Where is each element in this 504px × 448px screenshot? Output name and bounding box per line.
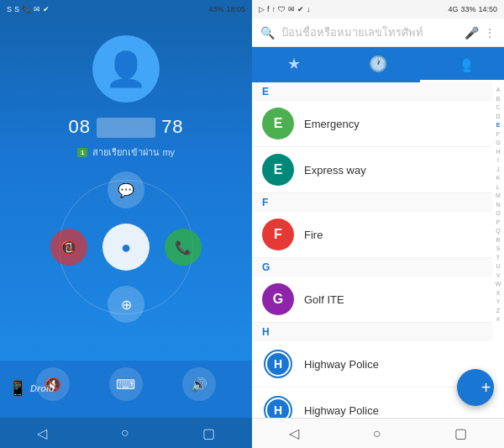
alpha-j[interactable]: J (496, 166, 500, 175)
left-status-icons: S S 📞 ✉ ✔ (7, 5, 50, 13)
accept-button[interactable]: 📞 (165, 229, 202, 266)
person-icon: 👤 (105, 50, 147, 89)
play-icon: ▷ (259, 5, 265, 13)
more-icon[interactable]: ⋮ (484, 26, 496, 40)
alpha-c[interactable]: C (496, 103, 500, 113)
accept-icon: 📞 (175, 240, 192, 256)
alpha-z[interactable]: Z (496, 307, 500, 316)
phone-status-icon: 📞 (22, 5, 31, 13)
back-button-left[interactable]: ◁ (37, 425, 47, 441)
contact-name-emergency: Emergency (304, 118, 360, 130)
alpha-n[interactable]: N (496, 201, 500, 210)
add-person-icon: 👤+ (460, 377, 491, 398)
right-battery: 33% (460, 5, 475, 13)
alpha-u[interactable]: U (496, 262, 500, 271)
recents-button-left[interactable]: ▢ (202, 425, 215, 441)
h-ring-1: H (265, 351, 291, 377)
right-status-right: 4G 33% 14:50 (448, 5, 497, 13)
calling-area: 👤 08 78 1 สายเรียกเข้าผ่าน my 💬 📵 ● (0, 18, 252, 361)
right-time: 14:50 (478, 5, 497, 13)
home-button-left[interactable]: ○ (121, 425, 129, 440)
back-button-right[interactable]: ◁ (289, 425, 299, 441)
avatar-emergency: E (262, 108, 294, 140)
phone-blur (97, 118, 155, 138)
left-status-bar: S S 📞 ✉ ✔ 43% 18:05 (0, 0, 252, 18)
sim-s1-icon: S (7, 5, 12, 13)
network-label: 4G (448, 5, 458, 13)
alpha-p[interactable]: P (496, 219, 501, 228)
left-status-right: 43% 18:05 (208, 5, 245, 13)
section-f-header: F (252, 193, 492, 212)
left-panel: S S 📞 ✉ ✔ 43% 18:05 👤 08 78 1 สายเรียกเข… (0, 0, 252, 448)
alpha-r[interactable]: R (496, 236, 500, 245)
contact-name-highway1: Highway Police (304, 358, 379, 371)
tab-recents[interactable]: 🕐 (336, 47, 420, 82)
list-item[interactable]: F Fire (252, 212, 492, 258)
alpha-b[interactable]: B (496, 95, 501, 104)
keypad-button[interactable]: ⌨ (109, 367, 143, 401)
alpha-t[interactable]: T (496, 254, 500, 263)
contact-name-golf: Golf ITE (304, 293, 344, 306)
list-item[interactable]: E Emergency (252, 101, 492, 147)
alpha-k[interactable]: K (496, 174, 501, 183)
decline-icon: 📵 (60, 240, 77, 256)
list-item[interactable]: G Golf ITE (252, 277, 492, 323)
alpha-s[interactable]: S (496, 245, 501, 254)
avatar-highway2: H (262, 394, 294, 418)
alpha-q[interactable]: Q (496, 227, 500, 236)
alpha-l[interactable]: L (496, 183, 500, 192)
tab-favorites[interactable]: ★ (252, 47, 336, 82)
section-e-header: E (252, 82, 492, 101)
alpha-e[interactable]: E (496, 121, 501, 130)
action-ring: 💬 📵 ● 📞 ⊕ (50, 171, 202, 323)
droid-logo: 📱 Droid (8, 379, 55, 398)
contact-name-expressway: Express way (304, 164, 366, 177)
alpha-v[interactable]: V (496, 271, 501, 281)
alphabet-index: A B C D E F G H I J K L M N O P Q R S T … (492, 82, 504, 418)
right-notification-icons: ▷ f ↑ 🛡 ✉ ✔ ↓ (259, 5, 311, 13)
more-button[interactable]: ⊕ (108, 286, 144, 323)
alpha-x[interactable]: X (496, 289, 501, 298)
add-contact-fab[interactable]: 👤+ (457, 369, 494, 406)
call-via-text: สายเรียกเข้าผ่าน my (92, 145, 175, 160)
sim-s2-icon: S (14, 5, 19, 13)
avatar-fire: F (262, 219, 294, 250)
right-status-bar: ▷ f ↑ 🛡 ✉ ✔ ↓ 4G 33% 14:50 (252, 0, 504, 18)
search-right-icons: 🎤 ⋮ (465, 26, 496, 40)
phone-number: 08 78 (68, 116, 183, 138)
alpha-hash[interactable]: # (496, 315, 500, 324)
contacts-list: E E Emergency E Express way F F Fire G G… (252, 82, 504, 418)
list-item[interactable]: E Express way (252, 147, 492, 193)
center-icon: ● (121, 238, 131, 257)
list-item[interactable]: H Highway Police (252, 387, 492, 418)
h-ring-2: H (265, 398, 291, 418)
alpha-w[interactable]: W (496, 280, 501, 289)
speaker-button[interactable]: 🔊 (182, 367, 216, 401)
alpha-i[interactable]: I (497, 156, 499, 166)
decline-button[interactable]: 📵 (50, 229, 87, 266)
center-button[interactable]: ● (102, 224, 150, 271)
alpha-y[interactable]: Y (496, 298, 501, 307)
mail-icon-right: ✉ (288, 5, 295, 13)
alpha-o[interactable]: O (496, 209, 500, 219)
recents-button-right[interactable]: ▢ (454, 425, 467, 441)
alpha-f[interactable]: F (496, 130, 500, 140)
mic-icon[interactable]: 🎤 (465, 26, 479, 40)
list-item[interactable]: H Highway Police (252, 341, 492, 387)
alpha-g[interactable]: G (496, 139, 500, 148)
search-icon: 🔍 (260, 26, 275, 40)
alpha-d[interactable]: D (496, 113, 500, 122)
alpha-a[interactable]: A (496, 86, 501, 95)
right-nav-bar: ◁ ○ ▢ (252, 418, 504, 448)
avatar-highway1: H (262, 348, 294, 380)
contact-name-fire: Fire (304, 229, 323, 241)
left-time: 18:05 (226, 5, 245, 13)
message-button[interactable]: 💬 (108, 171, 144, 208)
alpha-h[interactable]: H (496, 148, 500, 157)
home-button-right[interactable]: ○ (373, 426, 381, 441)
tabs-row: ★ 🕐 👥 (252, 47, 504, 82)
phone-prefix: 08 (68, 116, 90, 137)
tab-contacts[interactable]: 👥 (420, 47, 504, 82)
search-input[interactable]: ป้อนชื่อหรือหมายเลขโทรศัพท์ (281, 24, 458, 41)
alpha-m[interactable]: M (496, 192, 501, 201)
